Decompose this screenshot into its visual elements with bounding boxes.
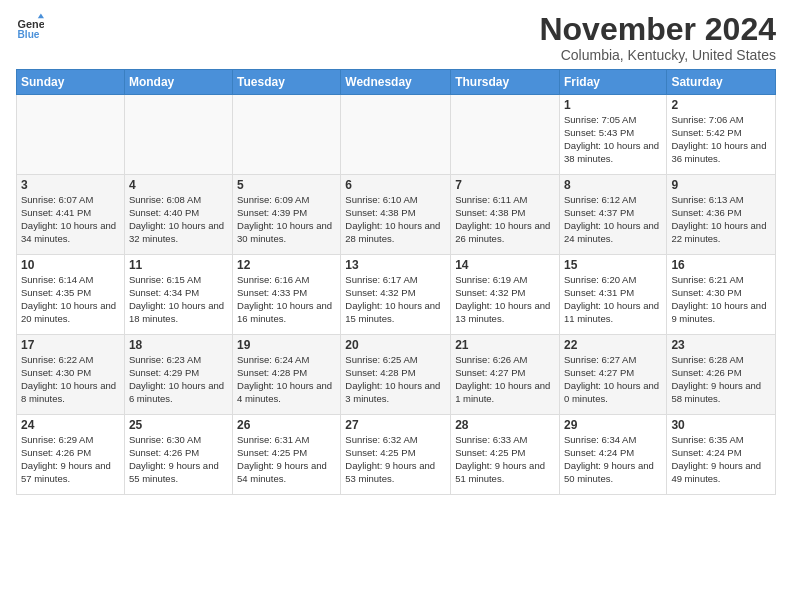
calendar-cell [233,95,341,175]
calendar-cell: 4Sunrise: 6:08 AM Sunset: 4:40 PM Daylig… [124,175,232,255]
day-info: Sunrise: 6:25 AM Sunset: 4:28 PM Dayligh… [345,354,446,405]
day-number: 24 [21,418,120,432]
logo: General Blue [16,12,44,40]
day-info: Sunrise: 6:32 AM Sunset: 4:25 PM Dayligh… [345,434,446,485]
day-info: Sunrise: 6:28 AM Sunset: 4:26 PM Dayligh… [671,354,771,405]
day-info: Sunrise: 6:33 AM Sunset: 4:25 PM Dayligh… [455,434,555,485]
day-info: Sunrise: 6:07 AM Sunset: 4:41 PM Dayligh… [21,194,120,245]
day-info: Sunrise: 6:17 AM Sunset: 4:32 PM Dayligh… [345,274,446,325]
calendar-cell: 15Sunrise: 6:20 AM Sunset: 4:31 PM Dayli… [559,255,666,335]
day-info: Sunrise: 6:29 AM Sunset: 4:26 PM Dayligh… [21,434,120,485]
day-info: Sunrise: 6:11 AM Sunset: 4:38 PM Dayligh… [455,194,555,245]
calendar-cell: 24Sunrise: 6:29 AM Sunset: 4:26 PM Dayli… [17,415,125,495]
day-number: 21 [455,338,555,352]
calendar-cell: 19Sunrise: 6:24 AM Sunset: 4:28 PM Dayli… [233,335,341,415]
calendar-cell [451,95,560,175]
calendar-cell: 17Sunrise: 6:22 AM Sunset: 4:30 PM Dayli… [17,335,125,415]
day-info: Sunrise: 6:21 AM Sunset: 4:30 PM Dayligh… [671,274,771,325]
svg-text:General: General [18,18,44,30]
day-number: 1 [564,98,662,112]
calendar-cell: 18Sunrise: 6:23 AM Sunset: 4:29 PM Dayli… [124,335,232,415]
day-info: Sunrise: 7:05 AM Sunset: 5:43 PM Dayligh… [564,114,662,165]
day-info: Sunrise: 6:08 AM Sunset: 4:40 PM Dayligh… [129,194,228,245]
day-number: 7 [455,178,555,192]
day-info: Sunrise: 6:27 AM Sunset: 4:27 PM Dayligh… [564,354,662,405]
page: General Blue November 2024 Columbia, Ken… [0,0,792,507]
calendar-cell: 28Sunrise: 6:33 AM Sunset: 4:25 PM Dayli… [451,415,560,495]
calendar-cell: 29Sunrise: 6:34 AM Sunset: 4:24 PM Dayli… [559,415,666,495]
logo-icon: General Blue [16,12,44,40]
day-number: 12 [237,258,336,272]
calendar-cell: 14Sunrise: 6:19 AM Sunset: 4:32 PM Dayli… [451,255,560,335]
day-info: Sunrise: 6:14 AM Sunset: 4:35 PM Dayligh… [21,274,120,325]
day-number: 8 [564,178,662,192]
day-number: 6 [345,178,446,192]
day-number: 10 [21,258,120,272]
day-number: 13 [345,258,446,272]
day-of-week-header: Wednesday [341,70,451,95]
day-number: 26 [237,418,336,432]
calendar-cell [17,95,125,175]
day-number: 20 [345,338,446,352]
day-number: 30 [671,418,771,432]
calendar-cell: 6Sunrise: 6:10 AM Sunset: 4:38 PM Daylig… [341,175,451,255]
calendar-cell: 11Sunrise: 6:15 AM Sunset: 4:34 PM Dayli… [124,255,232,335]
calendar-cell: 8Sunrise: 6:12 AM Sunset: 4:37 PM Daylig… [559,175,666,255]
day-info: Sunrise: 6:12 AM Sunset: 4:37 PM Dayligh… [564,194,662,245]
calendar-cell: 5Sunrise: 6:09 AM Sunset: 4:39 PM Daylig… [233,175,341,255]
day-info: Sunrise: 6:34 AM Sunset: 4:24 PM Dayligh… [564,434,662,485]
day-info: Sunrise: 6:13 AM Sunset: 4:36 PM Dayligh… [671,194,771,245]
svg-marker-2 [38,14,44,19]
calendar-cell: 13Sunrise: 6:17 AM Sunset: 4:32 PM Dayli… [341,255,451,335]
day-info: Sunrise: 6:15 AM Sunset: 4:34 PM Dayligh… [129,274,228,325]
calendar-cell: 2Sunrise: 7:06 AM Sunset: 5:42 PM Daylig… [667,95,776,175]
day-number: 15 [564,258,662,272]
month-title: November 2024 [539,12,776,47]
day-of-week-header: Monday [124,70,232,95]
day-info: Sunrise: 6:22 AM Sunset: 4:30 PM Dayligh… [21,354,120,405]
header: General Blue November 2024 Columbia, Ken… [16,12,776,63]
svg-text:Blue: Blue [18,29,40,40]
day-info: Sunrise: 6:09 AM Sunset: 4:39 PM Dayligh… [237,194,336,245]
calendar-cell: 3Sunrise: 6:07 AM Sunset: 4:41 PM Daylig… [17,175,125,255]
day-number: 25 [129,418,228,432]
day-info: Sunrise: 6:10 AM Sunset: 4:38 PM Dayligh… [345,194,446,245]
calendar-cell [341,95,451,175]
calendar-cell: 26Sunrise: 6:31 AM Sunset: 4:25 PM Dayli… [233,415,341,495]
calendar-cell: 25Sunrise: 6:30 AM Sunset: 4:26 PM Dayli… [124,415,232,495]
calendar-cell: 22Sunrise: 6:27 AM Sunset: 4:27 PM Dayli… [559,335,666,415]
day-number: 3 [21,178,120,192]
day-info: Sunrise: 6:26 AM Sunset: 4:27 PM Dayligh… [455,354,555,405]
calendar-cell: 12Sunrise: 6:16 AM Sunset: 4:33 PM Dayli… [233,255,341,335]
day-number: 11 [129,258,228,272]
day-info: Sunrise: 6:24 AM Sunset: 4:28 PM Dayligh… [237,354,336,405]
day-of-week-header: Saturday [667,70,776,95]
day-number: 29 [564,418,662,432]
day-number: 4 [129,178,228,192]
day-number: 19 [237,338,336,352]
calendar-cell: 1Sunrise: 7:05 AM Sunset: 5:43 PM Daylig… [559,95,666,175]
day-of-week-header: Thursday [451,70,560,95]
calendar-cell: 21Sunrise: 6:26 AM Sunset: 4:27 PM Dayli… [451,335,560,415]
day-info: Sunrise: 6:19 AM Sunset: 4:32 PM Dayligh… [455,274,555,325]
day-info: Sunrise: 6:16 AM Sunset: 4:33 PM Dayligh… [237,274,336,325]
day-number: 23 [671,338,771,352]
calendar-table: SundayMondayTuesdayWednesdayThursdayFrid… [16,69,776,495]
day-number: 17 [21,338,120,352]
calendar-cell: 16Sunrise: 6:21 AM Sunset: 4:30 PM Dayli… [667,255,776,335]
day-number: 2 [671,98,771,112]
calendar-cell: 23Sunrise: 6:28 AM Sunset: 4:26 PM Dayli… [667,335,776,415]
day-number: 22 [564,338,662,352]
day-number: 9 [671,178,771,192]
day-info: Sunrise: 6:23 AM Sunset: 4:29 PM Dayligh… [129,354,228,405]
calendar-cell [124,95,232,175]
calendar-cell: 20Sunrise: 6:25 AM Sunset: 4:28 PM Dayli… [341,335,451,415]
day-of-week-header: Tuesday [233,70,341,95]
day-number: 14 [455,258,555,272]
day-info: Sunrise: 6:30 AM Sunset: 4:26 PM Dayligh… [129,434,228,485]
day-number: 18 [129,338,228,352]
day-info: Sunrise: 6:20 AM Sunset: 4:31 PM Dayligh… [564,274,662,325]
calendar-cell: 27Sunrise: 6:32 AM Sunset: 4:25 PM Dayli… [341,415,451,495]
day-info: Sunrise: 6:31 AM Sunset: 4:25 PM Dayligh… [237,434,336,485]
day-info: Sunrise: 6:35 AM Sunset: 4:24 PM Dayligh… [671,434,771,485]
